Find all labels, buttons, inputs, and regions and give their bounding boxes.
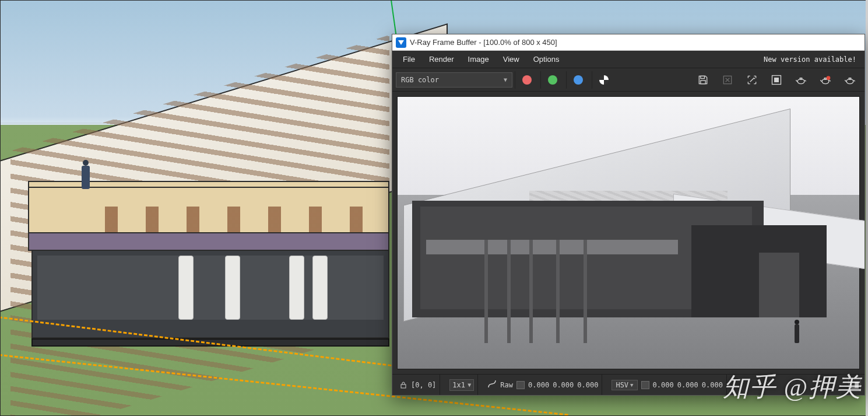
menu-view[interactable]: View [496,53,526,66]
vfb-render-viewport[interactable] [392,92,865,374]
mono-channel-button[interactable] [592,71,615,89]
viewport-scrollbar [866,0,868,416]
render-column [584,240,587,343]
render-door [759,253,799,317]
render-column [484,240,488,343]
teapot-button-a[interactable] [790,71,812,89]
channel-select-value: RGB color [401,76,439,84]
channel-select[interactable]: RGB color ▼ [396,72,512,88]
svg-rect-12 [401,384,406,388]
menu-render[interactable]: Render [422,53,461,66]
region-render-button[interactable] [741,71,763,89]
render-column [529,240,533,343]
panel-toggle-icon [851,381,859,389]
chevron-down-icon: ▼ [468,382,471,388]
clear-image-button [716,71,739,89]
building-model [5,29,401,333]
svg-rect-0 [701,76,705,78]
raw-label: Raw [500,381,513,389]
hsv-h: 0.000 [653,381,674,389]
blue-channel-button[interactable] [566,71,589,89]
window-title: V-Ray Frame Buffer - [100.0% of 800 x 45… [410,38,557,47]
new-version-label[interactable]: New version available! [764,55,861,64]
svg-rect-14 [855,382,858,388]
teapot-button-c[interactable] [839,71,861,89]
vray-frame-buffer-window[interactable]: V-Ray Frame Buffer - [100.0% of 800 x 45… [392,34,865,396]
pixel-size-value: 1x1 [452,381,465,389]
raw-swatch[interactable] [516,381,525,389]
teapot-stop-icon [820,74,831,86]
mono-dot-icon [599,75,609,85]
vfb-titlebar[interactable]: V-Ray Frame Buffer - [100.0% of 800 x 45… [392,34,865,51]
hsv-v: 0.000 [702,381,723,389]
green-channel-button[interactable] [540,71,564,89]
second-floor [28,181,389,251]
render-floor-slab [426,240,678,254]
ground-floor [31,251,389,338]
render-model [403,109,853,351]
floor-slab [29,232,388,250]
scale-figure [82,160,90,189]
chevron-down-icon: ▼ [630,382,633,388]
vray-logo-icon [396,37,406,48]
render-scale-figure [795,320,799,343]
status-coords-section: [0, 0] [396,375,440,395]
save-image-button[interactable] [692,71,714,89]
furniture [105,207,365,232]
red-dot-icon [522,75,532,85]
menu-file[interactable]: File [396,53,422,66]
red-channel-button[interactable] [515,71,538,89]
rendered-image [397,96,860,369]
svg-point-9 [827,76,831,80]
blue-dot-icon [574,75,583,85]
column [289,256,304,320]
column [225,256,240,320]
floppy-icon [697,74,709,86]
track-mouse-button[interactable] [765,71,788,89]
hsv-swatch[interactable] [641,381,649,389]
chevron-down-icon: ▼ [504,76,507,83]
curve-icon[interactable] [487,379,497,390]
green-dot-icon [548,75,557,85]
teapot-outline-icon [844,74,856,86]
column [312,256,328,320]
clear-icon [722,74,733,86]
svg-rect-4 [775,78,779,82]
teapot-icon [795,74,807,86]
column [178,256,194,320]
side-panel-toggle[interactable] [848,379,861,391]
vfb-statusbar: [0, 0] 1x1 ▼ Raw 0.000 0.000 0.000 HSV ▼… [392,374,865,395]
colorspace-value: HSV [616,381,628,389]
ground-interior [37,256,384,320]
teapot-button-b[interactable] [814,71,837,89]
vfb-toolbar: RGB color ▼ [392,68,865,92]
render-column [556,240,560,343]
render-column [507,240,511,343]
menu-image[interactable]: Image [461,53,496,66]
vfb-menubar: File Render Image View Options New versi… [392,51,865,68]
status-hsv-section: HSV ▼ 0.000 0.000 0.000 [608,375,726,395]
lock-icon[interactable] [399,381,407,389]
status-pixelsize-section: 1x1 ▼ [446,375,478,395]
menu-options[interactable]: Options [526,53,567,66]
raw-b: 0.000 [577,381,598,389]
region-select-icon [746,74,758,86]
track-cursor-icon [771,74,782,86]
pixel-coords: [0, 0] [411,381,436,389]
colorspace-select[interactable]: HSV ▼ [612,380,637,390]
raw-g: 0.000 [553,381,574,389]
svg-rect-1 [701,80,705,83]
status-raw-section: Raw 0.000 0.000 0.000 [484,375,602,395]
raw-r: 0.000 [528,381,549,389]
model-axis-yellow [736,0,868,1]
pixel-size-select[interactable]: 1x1 ▼ [449,379,474,391]
render-right-wing [691,225,827,317]
hsv-s: 0.000 [677,381,698,389]
